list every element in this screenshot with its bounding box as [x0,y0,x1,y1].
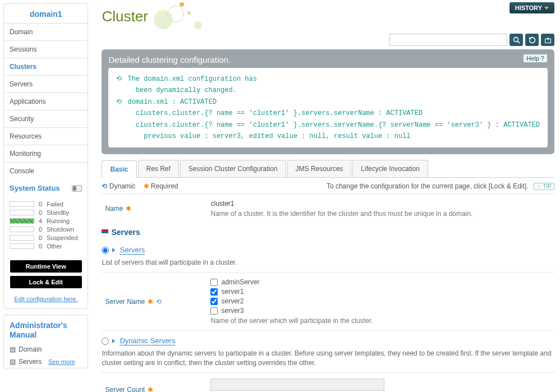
status-row-standby: 0Standby [10,209,82,216]
checkbox-input[interactable] [210,307,218,315]
status-row-failed: 0Failed [10,201,82,207]
status-row-running: 4Running [10,218,82,224]
sidebar-item-console[interactable]: Console [4,162,88,179]
status-row-other: 0Other [10,243,82,250]
config-line: been dynamically changed. [116,85,540,96]
config-line: clusters.cluster.{? name == 'cluster1' }… [116,108,540,119]
status-bar-icon [10,201,34,207]
sync-icon: ⟲ [116,96,124,108]
server-name-label: Server Name ✱ ⟲ [102,278,210,325]
config-panel: Detailed clustering configuration. Help … [102,49,554,154]
toggle-icon[interactable] [72,185,82,192]
runtime-view-button[interactable]: Runtime View [10,260,82,273]
status-bar-icon [10,227,34,232]
search-icon[interactable] [509,34,523,46]
status-row-suspended: 0Suspended [10,234,82,241]
sidebar-item-applications[interactable]: Applications [4,93,88,110]
refresh-icon[interactable] [525,34,539,46]
status-bar-icon [10,218,34,224]
dynamic-servers-label[interactable]: Dynamic Servers [120,336,175,345]
server-checkbox-server2[interactable]: server2 [210,297,554,305]
servers-desc: List of servers that will participate in… [102,255,554,272]
page-title: Cluster [102,2,204,30]
sidebar-item-clusters[interactable]: Clusters [4,58,88,75]
status-bar-icon [10,210,34,215]
server-checkbox-adminServer[interactable]: adminServer [210,278,554,286]
config-line: previous value : server3, edited value :… [116,131,540,142]
servers-radio[interactable] [102,247,109,254]
servers-radio-label[interactable]: Servers [120,246,145,255]
name-label: Name ✱ [102,200,210,218]
admin-item-servers[interactable]: ▤ Servers See more [4,356,88,368]
expand-icon[interactable] [112,248,115,252]
tip-text: To change the configuration for the curr… [327,182,554,190]
tab-session-cluster-configuration[interactable]: Session Cluster Configuration [180,160,286,177]
dynamic-servers-desc: Information about the dynamic servers to… [102,345,554,372]
config-line: clusters.cluster.{? name == 'cluster1' }… [116,119,540,131]
chevron-down-icon [544,7,549,10]
server-count-label: Server Count ✱ [102,379,210,392]
checkbox-input[interactable] [210,288,218,296]
flag-icon [102,229,108,235]
status-bar-icon [10,243,34,249]
help-button[interactable]: Help ? [523,54,548,63]
tab-basic[interactable]: Basic [102,160,136,178]
tab-res-ref[interactable]: Res Ref [138,160,179,177]
tab-jms-resources[interactable]: JMS Resources [287,160,352,177]
expand-icon[interactable] [112,339,115,343]
checkbox-input[interactable] [210,279,218,286]
search-input[interactable] [389,34,507,46]
history-button[interactable]: HISTORY [509,2,554,13]
sidebar-item-resources[interactable]: Resources [4,127,88,145]
name-desc: Name of a cluster. It is the identifier … [210,210,554,218]
server-checkbox-server3[interactable]: server3 [210,307,554,315]
sidebar-item-security[interactable]: Security [4,110,88,127]
decorative-circles [154,2,204,30]
tip-badge: ☞ TIP [534,183,554,190]
servers-section-header: Servers [102,223,554,240]
sync-icon: ⟲ [116,73,124,85]
config-panel-title: Detailed clustering configuration. [108,55,548,64]
book-icon: ▤ [10,345,16,353]
sidebar-item-servers[interactable]: Servers [4,75,88,93]
dynamic-legend: ⟲ Dynamic [102,182,135,190]
admin-item-domain[interactable]: ▤ Domain [4,343,88,356]
admin-manual-header: Administrator's Manual [4,315,88,343]
status-bar-icon [10,235,34,241]
sidebar-item-domain[interactable]: Domain [4,23,88,40]
domain-title: domain1 [4,4,88,23]
status-row-shutdown: 0Shutdown [10,226,82,233]
svg-line-1 [517,41,520,43]
export-xml-icon[interactable] [541,34,554,46]
lock-edit-button[interactable]: Lock & Edit [10,276,82,288]
name-value: cluster1 [210,200,554,207]
required-legend: ✱ Required [144,182,178,190]
sidebar-item-sessions[interactable]: Sessions [4,40,88,58]
edit-config-link[interactable]: Edit configuration here. [4,292,88,308]
server-count-input[interactable] [210,379,384,391]
tab-lifecycle-invocation[interactable]: Lifecycle Invocation [352,160,428,177]
book-icon: ▤ [10,358,16,366]
see-more-link[interactable]: See more [48,358,75,365]
server-checkbox-server1[interactable]: server1 [210,288,554,296]
config-body: ⟲The domain.xml configuration has been d… [108,68,548,147]
dynamic-servers-radio[interactable] [102,338,109,345]
checkbox-input[interactable] [210,298,218,305]
server-name-desc: Name of the server which will participat… [210,317,554,325]
system-status-header: System Status [4,179,88,197]
svg-point-0 [513,37,518,41]
refresh-icon[interactable]: ⟲ [156,298,162,306]
config-line: ⟲The domain.xml configuration has [116,73,540,85]
sidebar-item-monitoring[interactable]: Monitoring [4,145,88,162]
config-line: ⟲domain.xml : ACTIVATED [116,96,540,108]
